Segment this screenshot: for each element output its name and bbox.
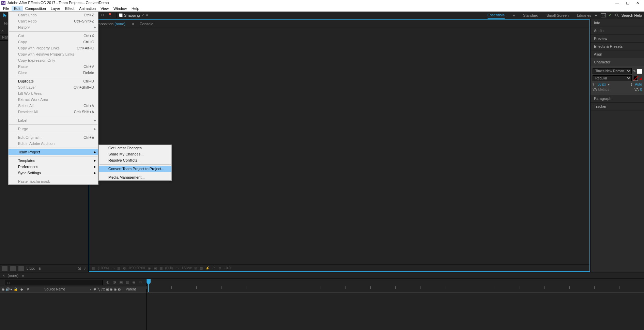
roto-tool-icon[interactable]: ✂ <box>99 12 106 18</box>
project-flow-icon-2[interactable]: ⤢ <box>83 267 86 270</box>
fill-swatch[interactable] <box>637 69 642 74</box>
audio-col-icon[interactable]: 🔊 <box>5 287 9 291</box>
sync-icon[interactable]: ▭ <box>601 13 606 17</box>
comp-grid-icon[interactable]: ▦ <box>117 266 120 270</box>
workspace-menu-icon[interactable]: ≡ <box>513 13 515 17</box>
minimize-button[interactable]: — <box>615 1 619 5</box>
team-submenu-get-latest-changes[interactable]: Get Latest Changes <box>99 145 171 151</box>
comp-fast-icon[interactable]: ⚡ <box>205 266 210 270</box>
workspace-tab-small-screen[interactable]: Small Screen <box>547 12 569 19</box>
edit-menu-preferences[interactable]: Preferences▶ <box>9 164 98 170</box>
timeline-tab-menu-icon[interactable]: ≡ <box>22 273 24 278</box>
tl-icon-1[interactable]: ◐ <box>106 280 112 285</box>
eyedropper-icon[interactable]: ✎ <box>633 69 636 73</box>
parent-col[interactable]: Parent <box>122 287 146 291</box>
close-button[interactable]: ✕ <box>636 1 639 5</box>
panel-header-character[interactable]: Character <box>591 58 644 66</box>
team-submenu-media-management[interactable]: Media Management... <box>99 174 171 180</box>
snap-icon-2[interactable]: ⌗ <box>146 13 148 17</box>
panel-header-tracker[interactable]: Tracker <box>591 103 644 110</box>
bpc-label[interactable]: 8 bpc <box>27 267 35 270</box>
timeline-search-input[interactable] <box>5 280 103 285</box>
workspace-tab-standard[interactable]: Standard <box>523 12 538 19</box>
trash-icon[interactable]: 🗑 <box>38 267 42 270</box>
menu-effect[interactable]: Effect <box>62 6 77 11</box>
comp-mask-icon[interactable]: ◐ <box>123 266 126 270</box>
comp-roi-icon[interactable]: ▣ <box>154 266 157 270</box>
edit-menu-team-project[interactable]: Team Project▶ <box>9 149 98 155</box>
timeline-close-icon[interactable]: × <box>3 273 5 278</box>
comp-camera-icon[interactable]: ▭ <box>175 266 179 270</box>
console-tab[interactable]: Console <box>140 22 153 26</box>
comp-time[interactable]: 0:00:00:00 <box>129 266 145 270</box>
comp-toggle-icon[interactable]: ▦ <box>92 266 95 270</box>
font-size-value[interactable]: 36 px <box>598 82 606 86</box>
search-icon[interactable]: ⌕ <box>1 29 4 33</box>
collapse-icon[interactable]: ◉ <box>113 287 117 291</box>
font-family-select[interactable]: Times New Roman <box>593 68 632 74</box>
tl-icon-3[interactable]: ▣ <box>119 280 125 285</box>
menu-window[interactable]: Window <box>111 6 129 11</box>
3d-icon[interactable]: ◉ <box>109 287 113 291</box>
panel-header-align[interactable]: Align <box>591 50 644 58</box>
solo-col-icon[interactable]: ● <box>10 287 13 291</box>
comp-tab-menu-icon[interactable]: ≡ <box>132 22 134 26</box>
menu-composition[interactable]: Composition <box>23 6 48 11</box>
panel-header-effects-presets[interactable]: Effects & Presets <box>591 43 644 50</box>
playhead[interactable] <box>147 279 151 285</box>
search-help[interactable]: Search Help <box>615 13 642 17</box>
lock-col-icon[interactable]: 🔒 <box>14 287 17 291</box>
tl-icon-5[interactable]: ◉ <box>132 280 138 285</box>
frame-blend-icon[interactable]: ╲ <box>97 287 101 291</box>
menu-animation[interactable]: Animation <box>77 6 98 11</box>
comp-icon[interactable] <box>18 266 24 271</box>
comp-exposure-reset-icon[interactable]: ⊕ <box>218 266 221 270</box>
shy-icon[interactable]: ⬩ <box>89 287 92 291</box>
puppet-tool-icon[interactable]: 📍 <box>107 12 113 18</box>
snapping-toggle[interactable]: Snapping ⤢ ⌗ <box>119 13 148 17</box>
quality-icon[interactable]: ◐ <box>118 287 121 291</box>
edit-menu-templates[interactable]: Templates▶ <box>9 158 98 164</box>
menu-edit[interactable]: Edit <box>12 6 23 11</box>
menu-file[interactable]: File <box>1 6 12 11</box>
timeline-ruler[interactable] <box>147 279 644 292</box>
font-style-select[interactable]: Regular <box>593 75 632 81</box>
timeline-right[interactable] <box>147 279 644 330</box>
tracking-value[interactable]: 0 <box>640 88 642 91</box>
comp-exposure[interactable]: +0.0 <box>224 266 231 270</box>
comp-snap-icon[interactable]: ◉ <box>148 266 151 270</box>
team-submenu-convert-team-project-to-project[interactable]: Convert Team Project to Project... <box>99 166 171 172</box>
video-col-icon[interactable]: ◉ <box>1 287 5 291</box>
menu-help[interactable]: Help <box>129 6 142 11</box>
comp-resolution[interactable]: (Full) <box>165 266 173 270</box>
workspace-overflow-icon[interactable]: » <box>595 13 597 17</box>
comp-layout-icon[interactable]: ▭ <box>111 266 114 270</box>
folder-icon[interactable] <box>10 266 16 271</box>
edit-menu-duplicate[interactable]: DuplicateCtrl+D <box>9 78 98 84</box>
source-name-col[interactable]: Source Name <box>44 287 88 291</box>
menu-layer[interactable]: Layer <box>48 6 63 11</box>
team-submenu-resolve-conflicts[interactable]: Resolve Conflicts... <box>99 157 171 163</box>
comp-zoom[interactable]: (100%) <box>98 266 109 270</box>
chevron-down-icon[interactable]: ▾ <box>608 82 610 86</box>
comp-views-icon[interactable]: ⊞ <box>194 266 197 270</box>
leading-value[interactable]: Auto <box>635 82 642 86</box>
timeline-tab-none[interactable]: (none) <box>7 273 18 278</box>
fx-icon[interactable]: ✱ <box>93 287 96 291</box>
timeline-track-area[interactable] <box>147 292 644 330</box>
tl-icon-4[interactable]: ▥ <box>126 280 131 285</box>
tl-icon-2[interactable]: ◑ <box>113 280 118 285</box>
edit-menu-sync-settings[interactable]: Sync Settings▶ <box>9 170 98 176</box>
snapping-checkbox[interactable] <box>119 13 123 17</box>
menu-view[interactable]: View <box>98 6 111 11</box>
panel-header-paragraph[interactable]: Paragraph <box>591 95 644 103</box>
project-flow-icon[interactable]: ⇲ <box>78 267 81 270</box>
workspace-tab-libraries[interactable]: Libraries <box>577 12 591 19</box>
check-icon[interactable]: ✓ <box>609 13 612 17</box>
swap-swatch-icon[interactable]: ◢ <box>639 76 642 80</box>
comp-pixel-icon[interactable]: ▥ <box>200 266 203 270</box>
tl-icon-6[interactable]: ▭ <box>139 280 144 285</box>
panel-header-audio[interactable]: Audio <box>591 27 644 35</box>
panel-header-info[interactable]: Info <box>591 19 644 27</box>
maximize-button[interactable]: ▢ <box>626 1 629 5</box>
